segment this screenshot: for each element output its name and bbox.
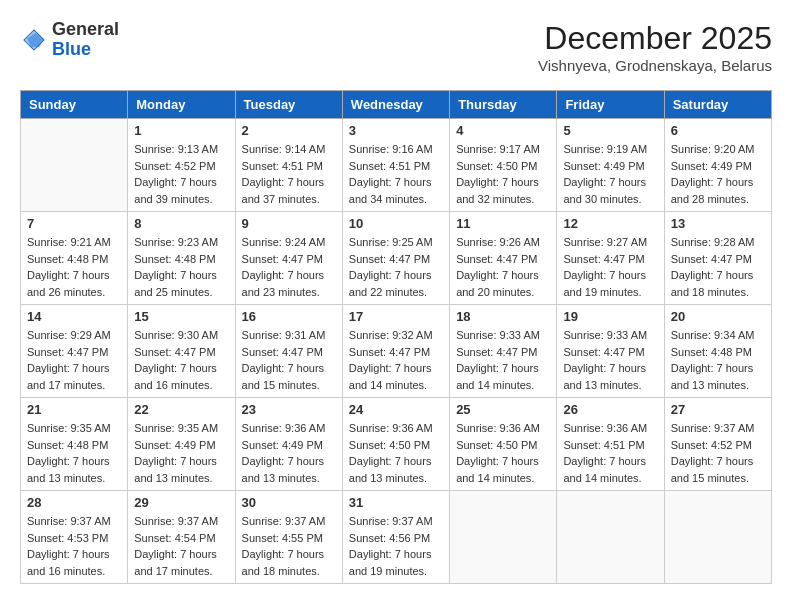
calendar-day-cell: 16Sunrise: 9:31 AMSunset: 4:47 PMDayligh… <box>235 305 342 398</box>
daylight-text: Daylight: 7 hours <box>349 546 443 563</box>
calendar-header: SundayMondayTuesdayWednesdayThursdayFrid… <box>21 91 772 119</box>
daylight-minutes-text: and 22 minutes. <box>349 284 443 301</box>
day-number: 26 <box>563 402 657 417</box>
sunrise-text: Sunrise: 9:17 AM <box>456 141 550 158</box>
daylight-text: Daylight: 7 hours <box>671 453 765 470</box>
daylight-minutes-text: and 15 minutes. <box>242 377 336 394</box>
daylight-text: Daylight: 7 hours <box>563 453 657 470</box>
daylight-text: Daylight: 7 hours <box>349 360 443 377</box>
calendar-day-cell: 30Sunrise: 9:37 AMSunset: 4:55 PMDayligh… <box>235 491 342 584</box>
weekday-header: Thursday <box>450 91 557 119</box>
daylight-text: Daylight: 7 hours <box>456 360 550 377</box>
daylight-minutes-text: and 18 minutes. <box>671 284 765 301</box>
daylight-text: Daylight: 7 hours <box>563 360 657 377</box>
day-number: 10 <box>349 216 443 231</box>
daylight-text: Daylight: 7 hours <box>349 453 443 470</box>
sunset-text: Sunset: 4:47 PM <box>134 344 228 361</box>
calendar-day-cell: 29Sunrise: 9:37 AMSunset: 4:54 PMDayligh… <box>128 491 235 584</box>
sunset-text: Sunset: 4:47 PM <box>671 251 765 268</box>
sunrise-text: Sunrise: 9:37 AM <box>134 513 228 530</box>
calendar-body: 1Sunrise: 9:13 AMSunset: 4:52 PMDaylight… <box>21 119 772 584</box>
daylight-text: Daylight: 7 hours <box>242 174 336 191</box>
sunrise-text: Sunrise: 9:34 AM <box>671 327 765 344</box>
day-number: 23 <box>242 402 336 417</box>
daylight-text: Daylight: 7 hours <box>242 546 336 563</box>
daylight-minutes-text: and 17 minutes. <box>134 563 228 580</box>
day-number: 28 <box>27 495 121 510</box>
sunrise-text: Sunrise: 9:23 AM <box>134 234 228 251</box>
calendar-day-cell: 20Sunrise: 9:34 AMSunset: 4:48 PMDayligh… <box>664 305 771 398</box>
daylight-minutes-text: and 26 minutes. <box>27 284 121 301</box>
daylight-minutes-text: and 15 minutes. <box>671 470 765 487</box>
sunset-text: Sunset: 4:49 PM <box>671 158 765 175</box>
daylight-text: Daylight: 7 hours <box>349 174 443 191</box>
daylight-text: Daylight: 7 hours <box>671 360 765 377</box>
sunset-text: Sunset: 4:54 PM <box>134 530 228 547</box>
calendar-day-cell: 26Sunrise: 9:36 AMSunset: 4:51 PMDayligh… <box>557 398 664 491</box>
sunset-text: Sunset: 4:50 PM <box>456 437 550 454</box>
month-title: December 2025 <box>538 20 772 57</box>
calendar-day-cell: 3Sunrise: 9:16 AMSunset: 4:51 PMDaylight… <box>342 119 449 212</box>
daylight-minutes-text: and 14 minutes. <box>456 470 550 487</box>
sunset-text: Sunset: 4:50 PM <box>456 158 550 175</box>
day-number: 2 <box>242 123 336 138</box>
calendar-week-row: 28Sunrise: 9:37 AMSunset: 4:53 PMDayligh… <box>21 491 772 584</box>
day-number: 21 <box>27 402 121 417</box>
day-number: 18 <box>456 309 550 324</box>
daylight-minutes-text: and 19 minutes. <box>349 563 443 580</box>
calendar-day-cell: 2Sunrise: 9:14 AMSunset: 4:51 PMDaylight… <box>235 119 342 212</box>
day-number: 14 <box>27 309 121 324</box>
weekday-header: Sunday <box>21 91 128 119</box>
day-number: 11 <box>456 216 550 231</box>
page-header: General Blue December 2025 Vishnyeva, Gr… <box>20 20 772 74</box>
day-number: 20 <box>671 309 765 324</box>
daylight-text: Daylight: 7 hours <box>671 267 765 284</box>
sunrise-text: Sunrise: 9:21 AM <box>27 234 121 251</box>
daylight-text: Daylight: 7 hours <box>27 267 121 284</box>
day-number: 1 <box>134 123 228 138</box>
sunrise-text: Sunrise: 9:37 AM <box>671 420 765 437</box>
calendar-day-cell: 10Sunrise: 9:25 AMSunset: 4:47 PMDayligh… <box>342 212 449 305</box>
day-number: 29 <box>134 495 228 510</box>
sunrise-text: Sunrise: 9:29 AM <box>27 327 121 344</box>
daylight-minutes-text: and 14 minutes. <box>349 377 443 394</box>
sunset-text: Sunset: 4:47 PM <box>349 344 443 361</box>
daylight-minutes-text: and 13 minutes. <box>134 470 228 487</box>
daylight-minutes-text: and 23 minutes. <box>242 284 336 301</box>
sunset-text: Sunset: 4:55 PM <box>242 530 336 547</box>
sunset-text: Sunset: 4:52 PM <box>671 437 765 454</box>
sunset-text: Sunset: 4:49 PM <box>242 437 336 454</box>
sunrise-text: Sunrise: 9:32 AM <box>349 327 443 344</box>
calendar-day-cell: 17Sunrise: 9:32 AMSunset: 4:47 PMDayligh… <box>342 305 449 398</box>
daylight-minutes-text: and 19 minutes. <box>563 284 657 301</box>
calendar-week-row: 14Sunrise: 9:29 AMSunset: 4:47 PMDayligh… <box>21 305 772 398</box>
sunrise-text: Sunrise: 9:25 AM <box>349 234 443 251</box>
calendar-day-cell: 23Sunrise: 9:36 AMSunset: 4:49 PMDayligh… <box>235 398 342 491</box>
sunrise-text: Sunrise: 9:36 AM <box>349 420 443 437</box>
daylight-text: Daylight: 7 hours <box>134 360 228 377</box>
calendar-day-cell <box>21 119 128 212</box>
calendar-day-cell: 21Sunrise: 9:35 AMSunset: 4:48 PMDayligh… <box>21 398 128 491</box>
sunrise-text: Sunrise: 9:35 AM <box>134 420 228 437</box>
sunrise-text: Sunrise: 9:14 AM <box>242 141 336 158</box>
daylight-text: Daylight: 7 hours <box>242 267 336 284</box>
weekday-header: Monday <box>128 91 235 119</box>
sunset-text: Sunset: 4:48 PM <box>27 437 121 454</box>
daylight-text: Daylight: 7 hours <box>456 267 550 284</box>
daylight-text: Daylight: 7 hours <box>349 267 443 284</box>
daylight-minutes-text: and 13 minutes. <box>671 377 765 394</box>
location: Vishnyeva, Grodnenskaya, Belarus <box>538 57 772 74</box>
calendar-day-cell: 27Sunrise: 9:37 AMSunset: 4:52 PMDayligh… <box>664 398 771 491</box>
sunrise-text: Sunrise: 9:30 AM <box>134 327 228 344</box>
calendar-day-cell: 5Sunrise: 9:19 AMSunset: 4:49 PMDaylight… <box>557 119 664 212</box>
sunrise-text: Sunrise: 9:13 AM <box>134 141 228 158</box>
sunrise-text: Sunrise: 9:16 AM <box>349 141 443 158</box>
day-number: 4 <box>456 123 550 138</box>
daylight-minutes-text: and 30 minutes. <box>563 191 657 208</box>
sunset-text: Sunset: 4:47 PM <box>456 344 550 361</box>
day-number: 17 <box>349 309 443 324</box>
daylight-minutes-text: and 14 minutes. <box>456 377 550 394</box>
weekday-header: Saturday <box>664 91 771 119</box>
weekday-header: Wednesday <box>342 91 449 119</box>
sunset-text: Sunset: 4:47 PM <box>563 344 657 361</box>
